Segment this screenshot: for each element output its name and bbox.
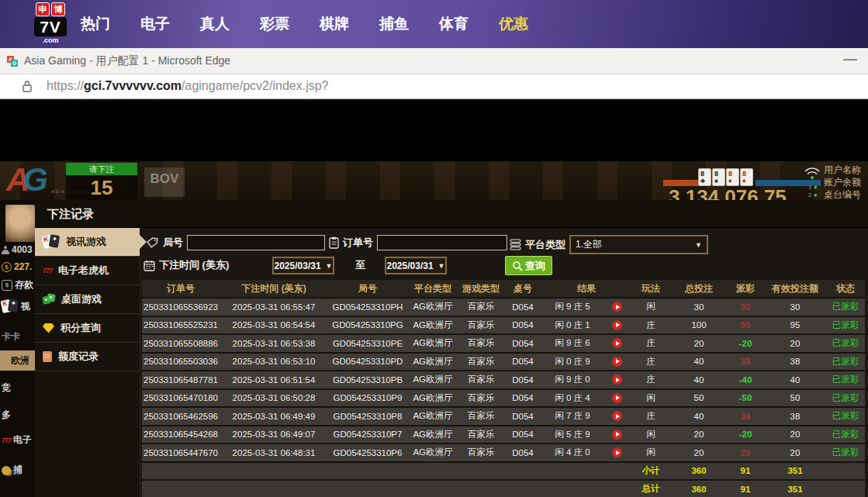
search-button[interactable]: 查询 [505,256,552,275]
cell-empty [142,462,631,481]
dealt-card-1: 8♣ [698,168,711,186]
cell-replay [603,298,631,316]
column-header: 有效投注额 [764,280,826,298]
rail-item-3[interactable]: $存款 [2,278,33,292]
table-row: 2503310655252312025-03-31 06:54:54GD0542… [142,316,865,335]
logo-suffix: .com [34,36,67,44]
replay-button-icon[interactable] [612,302,622,312]
replay-button-icon[interactable] [612,430,622,440]
platform-selected: 1.全部 [576,238,602,251]
cell-platform: AG欧洲厅 [407,316,458,335]
replay-button-icon[interactable] [612,393,622,403]
rail-item-1[interactable]: 4003 [2,244,33,255]
avatar[interactable] [5,205,35,242]
date-from-picker[interactable]: 2025/03/31 ▼ [272,257,334,274]
logo-text: 7V [34,17,67,36]
cell-status: 已派彩 [826,298,865,316]
rail-item-2[interactable]: $227. [2,261,32,272]
cell-bet-time: 2025-03-31 06:53:10 [220,353,328,371]
cell-play-type: 庄 [631,334,671,353]
card-suit-icon: ♣ [700,178,711,184]
nav-item-8[interactable]: 优惠 [498,14,529,34]
cell-payout: 38 [727,407,764,426]
cell-table-no: D054 [503,298,542,316]
rail-item-7[interactable]: 竞 [2,381,11,395]
nav-item-7[interactable]: 体育 [438,14,469,34]
cell-bet-time: 2025-03-31 06:49:07 [220,426,328,444]
seat-marker: 1 ● [808,184,818,192]
screen: 申 博 7V .com 热门电子真人彩票棋牌捕鱼体育优惠 A G Asia Ga… [0,0,868,497]
cell-game-type: 百家乐 [458,444,503,462]
column-header: 游戏类型 [458,280,503,298]
cell-round-no: GD054253310PE [328,334,407,353]
url-domain: gci.7vvvvvv.com [84,79,182,92]
order-label: 订单号 [343,236,373,250]
url-text[interactable]: https://gci.7vvvvvv.com/agingame/pcv2/in… [47,79,329,93]
cell-payout: 30 [727,298,764,316]
sidebar-item-5[interactable]: 额度记录 [35,343,140,371]
replay-button-icon[interactable] [612,411,622,421]
cell-result: 闲 9 庄 0 [542,371,603,389]
nav-item-4[interactable]: 彩票 [259,14,290,34]
tag-icon [147,237,159,249]
date-to-picker[interactable]: 2025/03/31 ▼ [385,257,447,274]
cell-result: 闲 7 庄 9 [542,407,603,426]
sidebar-item-4[interactable]: 积分查询 [35,314,140,343]
seat-markers: 1 ●2 ● [808,184,818,199]
rail-item-label: 卡卡 [2,330,20,343]
cell-game-type: 百家乐 [458,407,503,426]
address-bar[interactable]: https://gci.7vvvvvv.com/agingame/pcv2/in… [0,74,868,99]
lock-icon[interactable] [22,80,33,92]
cell-round-no: GD054253310P6 [328,444,407,462]
sidebar-item-label: 额度记录 [58,350,99,364]
dealt-card-2: 8♠ [712,168,725,186]
rail-item-8[interactable]: 多 [2,409,11,422]
cell-empty [826,462,865,481]
cell-status: 已派彩 [826,407,865,426]
card-suit-icon: ♠ [714,178,724,184]
cell-order-no: 250331065454268 [142,426,220,444]
cell-game-type: 百家乐 [458,371,503,389]
bet-table-wrap: 订单号下注时间 (美东)局号平台类型游戏类型桌号结果玩法总投注派彩有效投注额状态… [142,280,868,497]
bet-records-modal: 下注记录 K♠视讯游戏777电子老虎机桌面游戏积分查询额度记录 局号 订单号 [35,200,868,497]
sidebar-item-2[interactable]: 777电子老虎机 [35,257,140,285]
order-input[interactable] [377,235,507,250]
rail-item-4[interactable]: K♠视 [2,299,30,314]
jackpot-amount: 3,134,076.75 [669,185,787,200]
nav-item-5[interactable]: 棋牌 [319,14,350,34]
nav-item-1[interactable]: 热门 [80,14,111,34]
cell-order-no: 250331065470180 [142,389,220,408]
replay-button-icon[interactable] [612,447,622,457]
rail-item-label: 竞 [2,381,11,395]
replay-button-icon[interactable] [612,374,622,385]
rail-item-10[interactable]: 捕 [2,464,22,477]
rail-item-9[interactable]: 777电子 [2,433,32,447]
scene-info-label: 用户名称 [824,164,861,176]
rail-item-6[interactable]: 欧洲 [0,350,35,371]
nav-item-2[interactable]: 电子 [140,14,171,34]
sidebar-item-1[interactable]: K♠视讯游戏 [35,228,140,257]
rail-item-label: 视 [21,300,30,313]
cell-platform: AG欧洲厅 [407,371,458,389]
cell-platform: AG欧洲厅 [407,444,458,462]
cell-round-no: GD054253310PB [328,371,407,389]
round-input[interactable] [187,235,325,250]
scene-info-label: 桌台编号 [824,188,861,200]
column-header: 桌号 [503,280,542,298]
cell-table-no: D054 [503,334,542,353]
minimize-button[interactable]: — [843,51,857,67]
nav-item-6[interactable]: 捕鱼 [379,14,410,34]
replay-button-icon[interactable] [612,320,622,330]
nav-item-3[interactable]: 真人 [199,14,230,34]
table-row: 2503310655369232025-03-31 06:55:47GD0542… [142,298,865,316]
replay-button-icon[interactable] [612,338,622,348]
countdown-value: 15 [66,175,137,200]
site-logo[interactable]: 申 博 7V .com [34,2,67,44]
logo-badge-1: 申 [36,2,50,16]
replay-button-icon[interactable] [612,357,622,367]
sidebar-item-3[interactable]: 桌面游戏 [35,285,140,314]
cell-valid-bet: 30 [764,298,826,316]
cell-order-no: 250331065536923 [142,298,220,316]
rail-item-5[interactable]: 卡卡 [2,330,20,343]
platform-select[interactable]: 1.全部 ▼ [569,235,708,254]
